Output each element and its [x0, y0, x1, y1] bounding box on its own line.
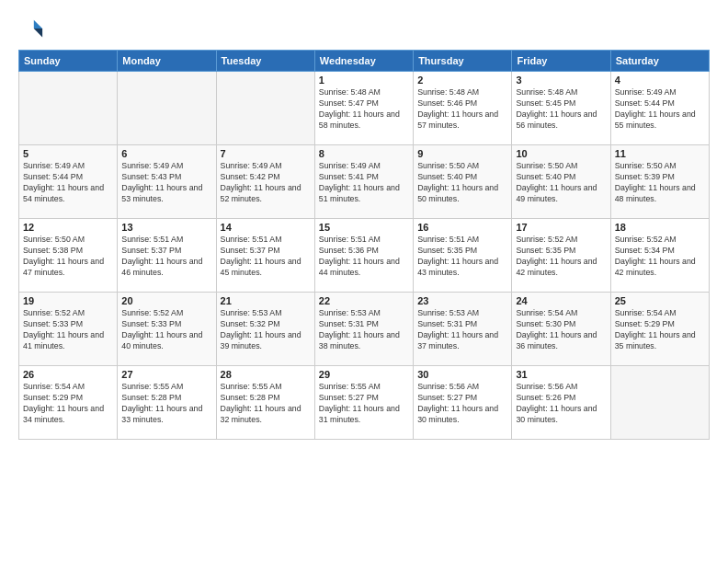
day-number: 29 — [319, 369, 409, 380]
day-number: 1 — [319, 75, 409, 86]
day-info: Sunrise: 5:56 AMSunset: 5:27 PMDaylight:… — [417, 382, 507, 426]
calendar-cell: 22Sunrise: 5:53 AMSunset: 5:31 PMDayligh… — [314, 293, 413, 366]
day-number: 18 — [615, 222, 705, 233]
day-info: Sunrise: 5:49 AMSunset: 5:44 PMDaylight:… — [23, 161, 113, 205]
calendar-cell: 4Sunrise: 5:49 AMSunset: 5:44 PMDaylight… — [610, 72, 709, 145]
day-number: 10 — [516, 148, 606, 159]
day-number: 4 — [615, 75, 705, 86]
logo-icon — [18, 17, 44, 42]
calendar-week-1: 1Sunrise: 5:48 AMSunset: 5:47 PMDaylight… — [19, 72, 710, 145]
weekday-header-monday: Monday — [118, 51, 216, 72]
day-info: Sunrise: 5:50 AMSunset: 5:39 PMDaylight:… — [615, 161, 705, 205]
calendar-cell: 29Sunrise: 5:55 AMSunset: 5:27 PMDayligh… — [314, 366, 413, 440]
day-info: Sunrise: 5:50 AMSunset: 5:40 PMDaylight:… — [516, 161, 606, 205]
calendar-cell: 26Sunrise: 5:54 AMSunset: 5:29 PMDayligh… — [19, 366, 118, 440]
calendar-cell: 24Sunrise: 5:54 AMSunset: 5:30 PMDayligh… — [512, 293, 610, 366]
day-info: Sunrise: 5:51 AMSunset: 5:37 PMDaylight:… — [121, 235, 211, 279]
calendar-cell: 16Sunrise: 5:51 AMSunset: 5:35 PMDayligh… — [414, 219, 512, 293]
day-number: 2 — [417, 75, 507, 86]
calendar-cell: 12Sunrise: 5:50 AMSunset: 5:38 PMDayligh… — [19, 219, 118, 293]
calendar-cell: 5Sunrise: 5:49 AMSunset: 5:44 PMDaylight… — [19, 145, 118, 219]
calendar-week-2: 5Sunrise: 5:49 AMSunset: 5:44 PMDaylight… — [19, 145, 710, 219]
calendar-cell: 30Sunrise: 5:56 AMSunset: 5:27 PMDayligh… — [414, 366, 512, 440]
day-info: Sunrise: 5:54 AMSunset: 5:29 PMDaylight:… — [23, 382, 113, 426]
day-number: 21 — [221, 295, 311, 306]
day-number: 17 — [516, 222, 606, 233]
calendar-cell: 11Sunrise: 5:50 AMSunset: 5:39 PMDayligh… — [610, 145, 709, 219]
day-number: 28 — [221, 369, 311, 380]
calendar-cell — [118, 72, 216, 145]
day-number: 13 — [121, 222, 211, 233]
day-info: Sunrise: 5:48 AMSunset: 5:45 PMDaylight:… — [516, 87, 606, 132]
day-info: Sunrise: 5:55 AMSunset: 5:28 PMDaylight:… — [121, 382, 211, 426]
calendar-cell — [610, 366, 709, 440]
calendar-cell: 1Sunrise: 5:48 AMSunset: 5:47 PMDaylight… — [314, 72, 413, 145]
day-info: Sunrise: 5:50 AMSunset: 5:38 PMDaylight:… — [23, 235, 113, 279]
day-info: Sunrise: 5:51 AMSunset: 5:37 PMDaylight:… — [221, 235, 311, 279]
day-info: Sunrise: 5:53 AMSunset: 5:31 PMDaylight:… — [319, 308, 409, 352]
day-number: 3 — [516, 75, 606, 86]
day-info: Sunrise: 5:52 AMSunset: 5:34 PMDaylight:… — [615, 235, 705, 279]
day-info: Sunrise: 5:51 AMSunset: 5:36 PMDaylight:… — [319, 235, 409, 279]
calendar-header-row: SundayMondayTuesdayWednesdayThursdayFrid… — [19, 51, 710, 72]
day-info: Sunrise: 5:48 AMSunset: 5:47 PMDaylight:… — [319, 87, 409, 132]
day-number: 16 — [417, 222, 507, 233]
day-number: 14 — [221, 222, 311, 233]
day-info: Sunrise: 5:48 AMSunset: 5:46 PMDaylight:… — [417, 87, 507, 132]
day-info: Sunrise: 5:50 AMSunset: 5:40 PMDaylight:… — [417, 161, 507, 205]
day-info: Sunrise: 5:49 AMSunset: 5:43 PMDaylight:… — [121, 161, 211, 205]
day-info: Sunrise: 5:52 AMSunset: 5:33 PMDaylight:… — [121, 308, 211, 352]
day-number: 9 — [417, 148, 507, 159]
day-number: 5 — [23, 148, 113, 159]
day-number: 27 — [121, 369, 211, 380]
calendar-cell: 6Sunrise: 5:49 AMSunset: 5:43 PMDaylight… — [118, 145, 216, 219]
calendar-cell: 9Sunrise: 5:50 AMSunset: 5:40 PMDaylight… — [414, 145, 512, 219]
day-info: Sunrise: 5:52 AMSunset: 5:35 PMDaylight:… — [516, 235, 606, 279]
day-number: 19 — [23, 295, 113, 306]
weekday-header-saturday: Saturday — [610, 51, 709, 72]
day-number: 20 — [121, 295, 211, 306]
header — [18, 17, 710, 42]
day-number: 11 — [615, 148, 705, 159]
day-number: 12 — [23, 222, 113, 233]
calendar-cell: 20Sunrise: 5:52 AMSunset: 5:33 PMDayligh… — [118, 293, 216, 366]
calendar-cell: 23Sunrise: 5:53 AMSunset: 5:31 PMDayligh… — [414, 293, 512, 366]
day-number: 22 — [319, 295, 409, 306]
day-info: Sunrise: 5:52 AMSunset: 5:33 PMDaylight:… — [23, 308, 113, 352]
calendar-cell: 14Sunrise: 5:51 AMSunset: 5:37 PMDayligh… — [216, 219, 314, 293]
calendar-cell: 21Sunrise: 5:53 AMSunset: 5:32 PMDayligh… — [216, 293, 314, 366]
day-info: Sunrise: 5:55 AMSunset: 5:27 PMDaylight:… — [319, 382, 409, 426]
calendar-cell: 19Sunrise: 5:52 AMSunset: 5:33 PMDayligh… — [19, 293, 118, 366]
day-info: Sunrise: 5:53 AMSunset: 5:32 PMDaylight:… — [221, 308, 311, 352]
calendar-cell: 25Sunrise: 5:54 AMSunset: 5:29 PMDayligh… — [610, 293, 709, 366]
weekday-header-thursday: Thursday — [414, 51, 512, 72]
calendar-cell: 3Sunrise: 5:48 AMSunset: 5:45 PMDaylight… — [512, 72, 610, 145]
day-info: Sunrise: 5:49 AMSunset: 5:42 PMDaylight:… — [221, 161, 311, 205]
day-info: Sunrise: 5:49 AMSunset: 5:44 PMDaylight:… — [615, 87, 705, 132]
day-number: 7 — [221, 148, 311, 159]
day-number: 24 — [516, 295, 606, 306]
calendar-week-3: 12Sunrise: 5:50 AMSunset: 5:38 PMDayligh… — [19, 219, 710, 293]
day-number: 8 — [319, 148, 409, 159]
svg-marker-0 — [34, 20, 42, 29]
logo — [18, 17, 48, 42]
day-number: 23 — [417, 295, 507, 306]
weekday-header-tuesday: Tuesday — [216, 51, 314, 72]
day-info: Sunrise: 5:54 AMSunset: 5:30 PMDaylight:… — [516, 308, 606, 352]
calendar-table: SundayMondayTuesdayWednesdayThursdayFrid… — [18, 50, 710, 440]
calendar-cell: 8Sunrise: 5:49 AMSunset: 5:41 PMDaylight… — [314, 145, 413, 219]
calendar-week-4: 19Sunrise: 5:52 AMSunset: 5:33 PMDayligh… — [19, 293, 710, 366]
calendar-cell: 27Sunrise: 5:55 AMSunset: 5:28 PMDayligh… — [118, 366, 216, 440]
day-number: 31 — [516, 369, 606, 380]
day-info: Sunrise: 5:49 AMSunset: 5:41 PMDaylight:… — [319, 161, 409, 205]
calendar-week-5: 26Sunrise: 5:54 AMSunset: 5:29 PMDayligh… — [19, 366, 710, 440]
day-info: Sunrise: 5:56 AMSunset: 5:26 PMDaylight:… — [516, 382, 606, 426]
day-info: Sunrise: 5:55 AMSunset: 5:28 PMDaylight:… — [221, 382, 311, 426]
calendar-cell: 2Sunrise: 5:48 AMSunset: 5:46 PMDaylight… — [414, 72, 512, 145]
weekday-header-friday: Friday — [512, 51, 610, 72]
weekday-header-wednesday: Wednesday — [314, 51, 413, 72]
calendar-cell: 28Sunrise: 5:55 AMSunset: 5:28 PMDayligh… — [216, 366, 314, 440]
day-info: Sunrise: 5:53 AMSunset: 5:31 PMDaylight:… — [417, 308, 507, 352]
day-number: 25 — [615, 295, 705, 306]
day-info: Sunrise: 5:51 AMSunset: 5:35 PMDaylight:… — [417, 235, 507, 279]
